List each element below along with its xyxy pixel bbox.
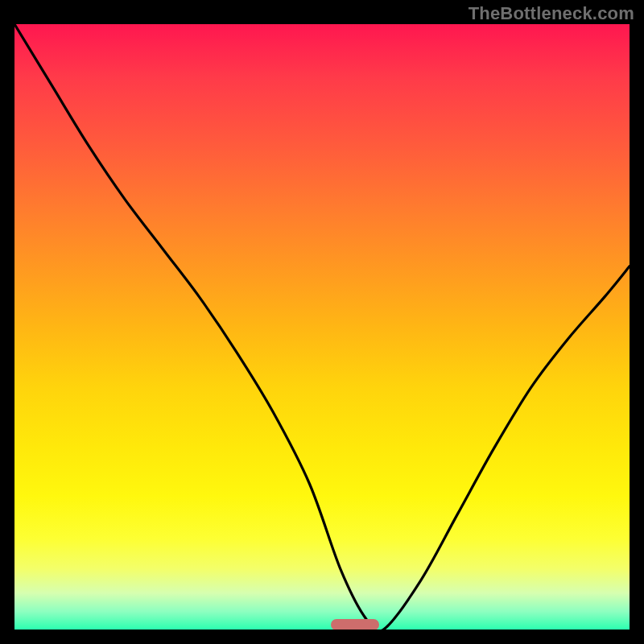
- chart-frame: TheBottleneck.com: [0, 0, 644, 644]
- watermark-text: TheBottleneck.com: [469, 3, 634, 24]
- plot-area: [14, 24, 630, 630]
- optimal-marker: [331, 619, 379, 630]
- bottleneck-curve: [14, 24, 630, 630]
- curve-path: [14, 24, 630, 630]
